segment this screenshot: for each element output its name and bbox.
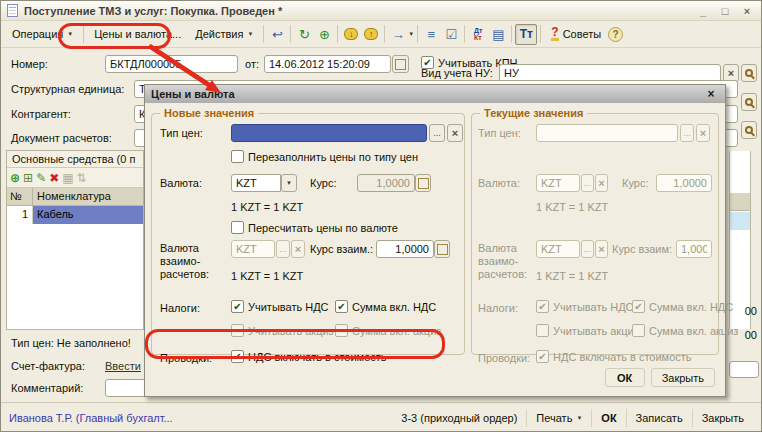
parity-text: 1 KZT = 1 KZT <box>536 270 608 282</box>
mutual-label: взаимо- <box>478 255 518 267</box>
mutual-rate-input[interactable]: 1,0000 <box>376 240 434 258</box>
table-row[interactable]: 1 Кабель <box>7 206 143 224</box>
actions-menu-button[interactable]: Действия ▼ <box>188 25 260 43</box>
check-icon: ✔ <box>423 58 431 68</box>
copy-document-icon[interactable]: ⊕ <box>314 24 334 44</box>
vat-included-checkbox[interactable]: ✔ Сумма вкл. НДС <box>335 300 436 313</box>
comment-label: Комментарий: <box>11 382 83 394</box>
chevron-down-icon: ▼ <box>247 31 253 37</box>
copy-row-icon[interactable]: ⊞ <box>23 171 33 185</box>
settlement-doc-label: Документ расчетов: <box>11 132 112 144</box>
operation-menu-button[interactable]: Операция ▼ <box>5 25 80 43</box>
checklist-icon[interactable]: ☑ <box>441 24 461 44</box>
tips-button[interactable]: ? Советы <box>544 24 608 44</box>
unit-select-button[interactable] <box>741 93 757 111</box>
refill-prices-checkbox[interactable]: Перезаполнить цены по типу цен <box>231 150 418 163</box>
price-type-input[interactable] <box>231 124 427 142</box>
check-icon: ✔ <box>538 302 546 312</box>
minimize-button[interactable]: _ <box>695 4 711 18</box>
recalc-by-currency-checkbox[interactable]: Пересчитать цены по валюте <box>231 221 398 234</box>
clear-button: × <box>595 240 608 258</box>
journal-icon[interactable]: ▤ <box>488 24 508 44</box>
price-type-clear-button[interactable]: × <box>447 124 463 142</box>
chevron-down-icon[interactable]: ▼ <box>408 31 414 37</box>
currency-dropdown-button[interactable]: ▼ <box>281 174 297 192</box>
close-button[interactable]: × <box>739 4 755 18</box>
currency-combo[interactable]: KZT <box>231 174 281 192</box>
comment-input[interactable] <box>105 379 147 397</box>
vat-checkbox[interactable]: ✔ Учитывать НДС <box>231 300 329 313</box>
mutual-label: Валюта <box>160 242 199 254</box>
clear-icon: × <box>728 67 734 79</box>
help-icon[interactable]: ? <box>608 27 623 42</box>
group-current-values: Текущие значения Тип цен: ... × Валюта: … <box>471 113 719 355</box>
doc-type-label: 3-3 (приходный ордер) <box>392 409 526 427</box>
save-button[interactable]: Записать <box>626 409 692 427</box>
mutual-rate-calculator-button[interactable] <box>434 240 450 258</box>
toolbar-separator <box>290 25 291 43</box>
rate-calculator-button[interactable] <box>415 174 431 192</box>
toolbar-separator <box>384 25 385 43</box>
reread-icon[interactable]: ↩ <box>267 24 287 44</box>
print-button[interactable]: Печать ▼ <box>526 409 591 427</box>
dialog-ok-button[interactable]: ОК <box>605 368 645 387</box>
structure-icon[interactable]: ≡ <box>421 24 441 44</box>
select-button: ... <box>581 240 594 258</box>
clear-button: × <box>696 124 710 142</box>
rate-input-current: 1,0000 <box>656 174 712 192</box>
toolbar-separator <box>464 25 465 43</box>
excise-checkbox-current: Учитывать акциз <box>536 324 639 337</box>
window-title: Поступление ТМЗ и услуг: Покупка. Провед… <box>24 5 282 17</box>
select-button: ... <box>581 174 594 192</box>
calendar-icon <box>395 59 406 70</box>
dtkt-icon[interactable]: Дт Кт <box>468 24 488 44</box>
rate-input: 1,0000 <box>357 174 415 192</box>
vat-checkbox-current: ✔ Учитывать НДС <box>536 300 634 313</box>
tab-fixed-assets[interactable]: Основные средства (0 п <box>7 151 143 168</box>
dialog-close-button[interactable]: Закрыть <box>651 368 715 387</box>
unpost-document-icon[interactable]: ↑ <box>361 24 381 44</box>
price-type-select-button[interactable]: ... <box>429 124 445 142</box>
dialog-title: Цены и валюта <box>151 88 235 100</box>
totals-toggle-button[interactable]: Тт <box>515 24 537 45</box>
field-fragment[interactable] <box>729 361 759 378</box>
nu-select-button[interactable] <box>741 64 757 82</box>
search-icon <box>745 98 753 106</box>
taxes-label: Налоги: <box>160 302 200 314</box>
refresh-icon[interactable]: ↻ <box>294 24 314 44</box>
ok-button[interactable]: ОК <box>591 409 625 427</box>
contractor-select-button[interactable] <box>741 121 757 139</box>
calendar-button[interactable] <box>392 55 409 73</box>
number-input[interactable]: БКТДЛ000005 <box>105 55 238 73</box>
clear-button: × <box>595 174 608 192</box>
app-window: Поступление ТМЗ и услуг: Покупка. Провед… <box>0 0 762 432</box>
invoice-enter-link[interactable]: Ввести <box>105 360 141 372</box>
table-toolbar: ⊕ ⊞ ✎ ✖ ▦ ⇅ <box>7 168 143 188</box>
mutual-label: расчетов: <box>160 268 209 280</box>
dialog-buttons: ОК Закрыть <box>605 368 715 387</box>
calculator-icon <box>418 178 429 189</box>
edit-row-icon[interactable]: ✎ <box>36 171 46 185</box>
vat-in-cost-checkbox[interactable]: ✔ НДС включать в стоимость <box>231 350 387 363</box>
add-row-icon[interactable]: ⊕ <box>10 171 20 185</box>
mutual-label: расчетов: <box>478 268 527 280</box>
delete-row-icon[interactable]: ✖ <box>49 171 59 185</box>
toolbar-separator <box>540 25 541 43</box>
goto-icon[interactable]: → <box>388 24 408 44</box>
postings-label: Проводки: <box>478 352 530 364</box>
operation-label: Операция <box>12 28 63 40</box>
mutual-currency-input: KZT <box>231 240 275 258</box>
close-form-button[interactable]: Закрыть <box>692 409 753 427</box>
check-icon: ✔ <box>538 352 546 362</box>
toolbar-separator <box>83 25 84 43</box>
toolbar-separator <box>263 25 264 43</box>
clear-icon: × <box>452 127 458 139</box>
prices-currency-button[interactable]: Цены и валюта... <box>87 25 188 43</box>
post-document-icon[interactable]: ↓ <box>341 24 361 44</box>
dialog-close-icon[interactable]: × <box>703 87 719 101</box>
mutual-rate-label: Курс взаим.: <box>310 243 373 255</box>
mutual-rate-label: Курс взаим: <box>612 243 672 255</box>
maximize-button[interactable]: □ <box>717 4 733 18</box>
actions-label: Действия <box>195 28 243 40</box>
date-input[interactable]: 14.06.2012 15:20:09 <box>264 55 391 73</box>
